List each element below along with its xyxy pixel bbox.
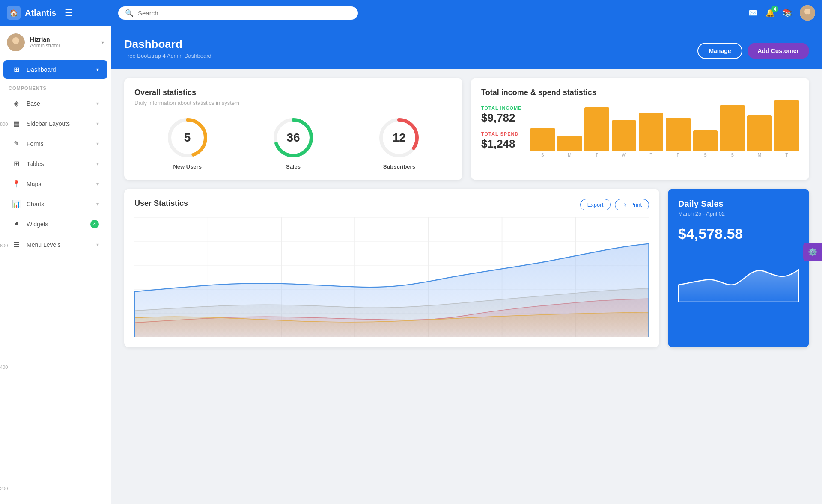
sidebar-item-label: Sidebar Layouts <box>27 120 90 127</box>
bar-label: S <box>530 153 555 157</box>
bar-label: S <box>693 153 718 157</box>
user-statistics-card: User Statistics Export 🖨 Print 1000 <box>124 189 659 347</box>
card-title: Total income & spend statistics <box>481 88 799 97</box>
bar-label: F <box>666 153 690 157</box>
area-chart-svg-wrap <box>134 217 649 337</box>
dashboard-header: Dashboard Free Bootstrap 4 Admin Dashboa… <box>111 26 822 69</box>
sidebar-item-charts[interactable]: 📊 Charts ▾ <box>3 195 107 213</box>
sidebar-arrow-icon: ▾ <box>96 161 99 167</box>
bar-item <box>666 118 690 151</box>
overall-statistics-card: Overall statistics Daily information abo… <box>124 78 462 180</box>
sidebar-item-menu-levels[interactable]: ☰ Menu Levels ▾ <box>3 235 107 254</box>
user-stats-header: User Statistics Export 🖨 Print <box>134 199 649 210</box>
sidebar-user-arrow-icon: ▾ <box>101 39 104 45</box>
hamburger-button[interactable]: ☰ <box>60 5 77 21</box>
bar-item <box>639 113 663 151</box>
total-income-amount: $9,782 <box>481 111 522 125</box>
sidebar-arrow-icon: ▾ <box>96 121 99 127</box>
sales-circle: 36 <box>272 116 315 159</box>
income-content: TOTAL INCOME $9,782 TOTAL SPEND $1,248 <box>481 100 799 157</box>
stats-circles: 5 New Users 36 <box>134 116 452 170</box>
area-chart-container: 1000 800 600 400 200 <box>134 217 649 337</box>
bar-item <box>557 136 582 151</box>
stat-sales: 36 Sales <box>272 116 315 170</box>
income-text: TOTAL INCOME $9,782 TOTAL SPEND $1,248 <box>481 105 522 157</box>
content-area: Overall statistics Daily information abo… <box>111 69 822 504</box>
daily-sales-date-range: March 25 - April 02 <box>678 210 799 217</box>
sidebar-item-label: Dashboard <box>27 66 90 73</box>
daily-sales-title: Daily Sales <box>678 199 799 209</box>
export-button[interactable]: Export <box>580 199 611 210</box>
search-bar: 🔍 <box>118 6 358 20</box>
bar-chart <box>530 100 799 151</box>
page-title: Dashboard <box>124 38 211 51</box>
brand-icon: 🏠 <box>7 6 21 20</box>
sidebar-item-forms[interactable]: ✎ Forms ▾ <box>3 134 107 153</box>
bar-item <box>530 128 555 151</box>
sales-value: 36 <box>286 131 300 145</box>
daily-sales-amount: $4,578.58 <box>678 225 799 242</box>
area-chart-svg <box>134 217 649 337</box>
total-spend-amount: $1,248 <box>481 137 522 151</box>
body-layout: Hizrian Administrator ▾ ⊞ Dashboard ▾ CO… <box>0 26 822 504</box>
sidebar-item-label: Base <box>27 100 90 107</box>
row2: User Statistics Export 🖨 Print 1000 <box>124 189 809 347</box>
brand: 🏠 Atlantis ☰ <box>7 5 118 21</box>
manage-button[interactable]: Manage <box>697 43 742 59</box>
bar-label: T <box>584 153 609 157</box>
sidebar-item-label: Maps <box>27 181 90 187</box>
sidebar-item-maps[interactable]: 📍 Maps ▾ <box>3 175 107 193</box>
layers-button[interactable]: 📚 <box>783 8 792 18</box>
sidebar-item-label: Forms <box>27 140 90 147</box>
sidebar-item-base[interactable]: ◈ Base ▾ <box>3 94 107 113</box>
stat-new-users: 5 New Users <box>166 116 209 170</box>
dashboard-title-area: Dashboard Free Bootstrap 4 Admin Dashboa… <box>124 38 211 59</box>
bar-item <box>693 130 718 151</box>
notifications-button[interactable]: 🔔 4 <box>765 8 775 18</box>
sidebar-item-sidebar-layouts[interactable]: ▦ Sidebar Layouts ▾ <box>3 114 107 133</box>
page-subtitle: Free Bootstrap 4 Admin Dashboard <box>124 53 211 59</box>
search-input[interactable] <box>138 9 351 17</box>
sidebar-arrow-icon: ▾ <box>96 101 99 107</box>
bar-label: M <box>747 153 771 157</box>
sidebar-item-label: Widgets <box>27 221 84 228</box>
bar-label: T <box>639 153 663 157</box>
sidebar-item-dashboard[interactable]: ⊞ Dashboard ▾ <box>3 60 107 79</box>
cards-row-1: Overall statistics Daily information abo… <box>124 78 809 180</box>
user-stats-title: User Statistics <box>134 199 188 208</box>
search-icon: 🔍 <box>125 9 134 17</box>
bar-label: S <box>720 153 745 157</box>
sidebar-item-tables[interactable]: ⊞ Tables ▾ <box>3 154 107 173</box>
user-avatar[interactable] <box>800 5 815 21</box>
sidebar-arrow-icon: ▾ <box>96 181 99 187</box>
bar-item <box>584 107 609 151</box>
print-icon: 🖨 <box>622 202 628 208</box>
print-button[interactable]: 🖨 Print <box>615 199 649 210</box>
sidebar-item-label: Menu Levels <box>27 241 90 248</box>
new-users-label: New Users <box>166 163 209 170</box>
sidebar-arrow-icon: ▾ <box>96 201 99 207</box>
chart-actions: Export 🖨 Print <box>580 199 649 210</box>
notification-badge: 4 <box>771 6 778 12</box>
subscribers-circle: 12 <box>378 116 420 159</box>
settings-fab[interactable]: ⚙️ <box>803 243 822 261</box>
income-statistics-card: Total income & spend statistics TOTAL IN… <box>471 78 809 180</box>
bar-label: W <box>612 153 636 157</box>
bar-item <box>612 120 636 151</box>
sidebar-item-label: Charts <box>27 201 90 208</box>
mail-button[interactable]: ✉️ <box>748 8 758 18</box>
subscribers-label: Subscribers <box>378 163 420 170</box>
sales-label: Sales <box>272 163 315 170</box>
sidebar-item-widgets[interactable]: 🖥 Widgets 4 <box>3 215 107 234</box>
add-customer-button[interactable]: Add Customer <box>748 43 809 59</box>
topnav: 🏠 Atlantis ☰ 🔍 ✉️ 🔔 4 📚 <box>0 0 822 26</box>
card-subtitle: Daily information about statistics in sy… <box>134 100 452 106</box>
widgets-badge: 4 <box>90 220 99 228</box>
bar-chart-area: SMTWTFSSMT <box>530 100 799 157</box>
bar-label: T <box>774 153 799 157</box>
new-users-value: 5 <box>184 131 191 145</box>
subscribers-value: 12 <box>393 131 406 145</box>
main-content: Dashboard Free Bootstrap 4 Admin Dashboa… <box>111 26 822 504</box>
sidebar-arrow-icon: ▾ <box>96 242 99 248</box>
svg-point-1 <box>804 9 810 15</box>
